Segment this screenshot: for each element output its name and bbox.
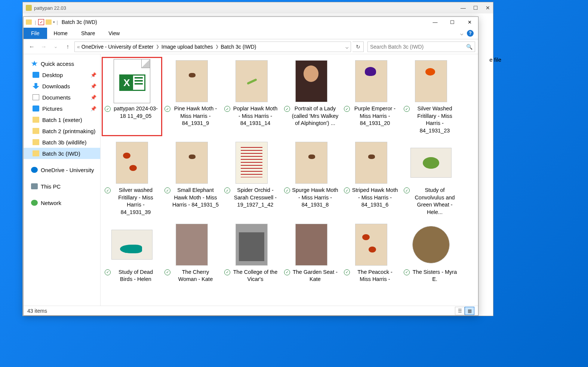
- file-name: Silver Washed Fritillary - Miss Harris -…: [411, 105, 458, 134]
- nav-onedrive[interactable]: OneDrive - University: [24, 164, 100, 175]
- image-thumbnail: [235, 142, 268, 184]
- maximize-button[interactable]: ☐: [444, 17, 461, 27]
- image-thumbnail: [176, 142, 208, 184]
- recent-dropdown-icon[interactable]: ⌵: [50, 42, 61, 52]
- file-name: Spurge Hawk Moth - Miss Harris - 84_1931…: [292, 187, 339, 209]
- nav-batch3c[interactable]: Batch 3c (IWD): [24, 148, 100, 159]
- file-item[interactable]: ✓Poplar Hawk Moth - Miss Harris - 84_193…: [222, 57, 281, 136]
- forward-button[interactable]: →: [39, 42, 49, 52]
- file-label: ✓Spider Orchid - Sarah Cresswell - 19_19…: [223, 187, 280, 209]
- qat-newfolder-icon[interactable]: [46, 19, 52, 25]
- file-item[interactable]: ✓Silver washed Fritillary - Miss Harris …: [102, 139, 162, 217]
- image-thumbnail: [235, 60, 268, 102]
- file-name: Poplar Hawk Moth - Miss Harris - 84_1931…: [232, 105, 279, 127]
- image-thumbnail: [176, 60, 208, 102]
- image-thumbnail: [355, 60, 387, 102]
- crumb-batches[interactable]: Image upload batches: [161, 44, 213, 50]
- file-item[interactable]: ✓Spider Orchid - Sarah Cresswell - 19_19…: [222, 139, 281, 217]
- minimize-button[interactable]: —: [427, 17, 444, 27]
- nav-downloads[interactable]: Downloads📌: [24, 80, 100, 92]
- sync-checkmark-icon: ✓: [344, 269, 350, 275]
- qat-properties-icon[interactable]: ✓: [38, 19, 44, 25]
- nav-batch1[interactable]: Batch 1 (exeter): [24, 114, 100, 125]
- file-name: Study of Dead Birds - Helen: [112, 269, 159, 283]
- thumbnails-view-button[interactable]: ▦: [465, 307, 474, 315]
- folder-icon: [33, 117, 39, 123]
- nav-documents[interactable]: Documents📌: [24, 92, 100, 103]
- file-item[interactable]: ✓The Garden Seat - Kate: [281, 221, 341, 285]
- tab-file[interactable]: File: [24, 28, 47, 39]
- image-thumbnail: [355, 224, 387, 266]
- file-name: The Sisters - Myra E.: [411, 269, 458, 283]
- navigation-pane: Quick access Desktop📌 Downloads📌 Documen…: [24, 54, 101, 306]
- file-name: Portrait of a Lady (called 'Mrs Walkey o…: [292, 105, 339, 127]
- nav-thispc[interactable]: This PC: [24, 181, 100, 192]
- bg-minimize-icon[interactable]: —: [461, 5, 466, 11]
- up-button[interactable]: ↑: [62, 42, 73, 52]
- file-item[interactable]: X✓pattypan 2024-03-18 11_49_05: [102, 57, 162, 136]
- details-view-button[interactable]: ☰: [455, 307, 465, 315]
- refresh-button[interactable]: ↻: [353, 42, 364, 52]
- image-thumbnail: [235, 224, 268, 266]
- breadcrumb-dropdown-icon[interactable]: ⌵: [345, 44, 348, 50]
- search-icon[interactable]: 🔍: [466, 44, 472, 50]
- file-name: The Garden Seat - Kate: [292, 269, 339, 283]
- crumb-current[interactable]: Batch 3c (IWD): [221, 44, 256, 50]
- qat-dropdown-icon[interactable]: ▾: [53, 20, 55, 24]
- file-label: ✓The College of the Vicar's: [223, 269, 280, 283]
- file-name: The Peacock - Miss Harris -: [351, 269, 398, 283]
- nav-batch2[interactable]: Batch 2 (printmaking): [24, 125, 100, 137]
- qat-separator: |: [35, 19, 36, 25]
- folder-icon: [33, 150, 39, 156]
- file-item[interactable]: ✓Striped Hawk Moth - Miss Harris - 84_19…: [341, 139, 401, 217]
- search-input[interactable]: [370, 44, 466, 50]
- tab-home[interactable]: Home: [47, 28, 74, 39]
- file-label: ✓Portrait of a Lady (called 'Mrs Walkey …: [283, 105, 340, 127]
- nav-batch3b[interactable]: Batch 3b (wildlife): [24, 137, 100, 148]
- sync-checkmark-icon: ✓: [105, 106, 111, 112]
- file-name: Small Elephant Hawk Moth - Miss Harris -…: [172, 187, 219, 209]
- close-button[interactable]: ✕: [461, 17, 478, 27]
- help-icon[interactable]: ?: [467, 30, 474, 37]
- bg-maximize-icon[interactable]: ☐: [473, 5, 478, 11]
- breadcrumb[interactable]: « OneDrive - University of Exeter ❯ Imag…: [74, 42, 351, 52]
- back-button[interactable]: ←: [27, 42, 37, 52]
- file-item[interactable]: ✓The Cherry Woman - Kate: [162, 221, 222, 285]
- pc-icon: [31, 183, 38, 189]
- tab-view[interactable]: View: [102, 28, 126, 39]
- search-box[interactable]: 🔍: [367, 42, 475, 52]
- file-grid: X✓pattypan 2024-03-18 11_49_05✓Pine Hawk…: [102, 57, 477, 285]
- file-item[interactable]: ✓Silver Washed Fritillary - Miss Harris …: [401, 57, 461, 136]
- ribbon-expand-icon[interactable]: ⌵: [460, 30, 463, 36]
- files-area[interactable]: X✓pattypan 2024-03-18 11_49_05✓Pine Hawk…: [101, 54, 478, 306]
- file-item[interactable]: ✓Purple Emperor - Miss Harris - 84_1931_…: [341, 57, 401, 136]
- file-item[interactable]: ✓Small Elephant Hawk Moth - Miss Harris …: [162, 139, 222, 217]
- file-item[interactable]: ✓The Peacock - Miss Harris -: [341, 221, 401, 285]
- status-bar: 43 items ☰ ▦: [24, 306, 478, 315]
- file-item[interactable]: ✓The Sisters - Myra E.: [401, 221, 461, 285]
- crumb-onedrive[interactable]: OneDrive - University of Exeter: [81, 44, 154, 50]
- pin-icon: 📌: [90, 106, 96, 111]
- file-label: ✓The Cherry Woman - Kate: [163, 269, 220, 283]
- nav-pictures[interactable]: Pictures📌: [24, 103, 100, 114]
- chevron-right-icon[interactable]: ❯: [156, 44, 159, 49]
- image-thumbnail: [295, 142, 327, 184]
- file-item[interactable]: ✓Study of Convolvulus and Green Wheat - …: [401, 139, 461, 217]
- folder-icon: [26, 19, 32, 25]
- chevron-right-icon[interactable]: ❯: [215, 44, 219, 49]
- breadcrumb-overflow[interactable]: «: [77, 44, 80, 50]
- file-name: pattypan 2024-03-18 11_49_05: [112, 105, 159, 120]
- file-item[interactable]: ✓Spurge Hawk Moth - Miss Harris - 84_193…: [281, 139, 341, 217]
- nav-desktop[interactable]: Desktop📌: [24, 69, 100, 80]
- nav-quick-access[interactable]: Quick access: [24, 58, 100, 69]
- nav-network[interactable]: Network: [24, 197, 100, 208]
- file-label: ✓Silver washed Fritillary - Miss Harris …: [104, 187, 160, 216]
- tab-share[interactable]: Share: [74, 28, 102, 39]
- file-item[interactable]: ✓Portrait of a Lady (called 'Mrs Walkey …: [281, 57, 341, 136]
- file-item[interactable]: ✓Pine Hawk Moth - Miss Harris - 84_1931_…: [162, 57, 222, 136]
- file-item[interactable]: ✓The College of the Vicar's: [222, 221, 281, 285]
- folder-icon: [33, 139, 39, 145]
- file-name: Silver washed Fritillary - Miss Harris -…: [112, 187, 159, 216]
- bg-close-icon[interactable]: ✕: [486, 5, 490, 11]
- file-item[interactable]: ✓Study of Dead Birds - Helen: [102, 221, 162, 285]
